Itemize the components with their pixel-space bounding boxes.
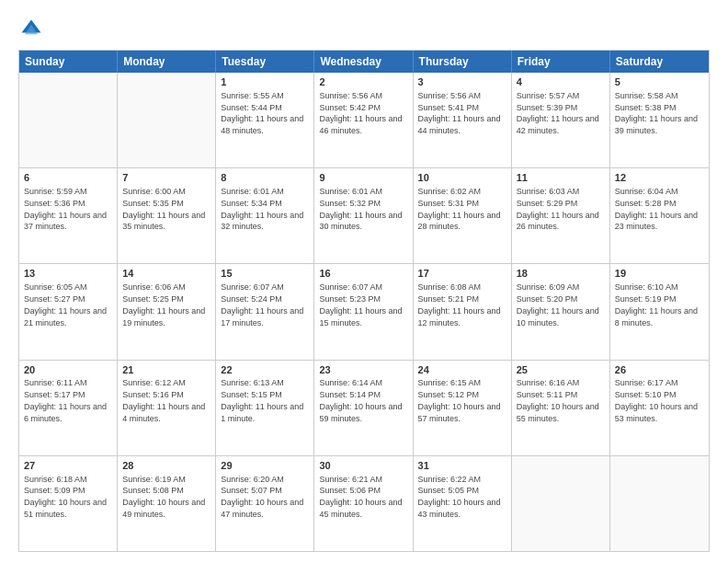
- calendar-cell-26: 26Sunrise: 6:17 AM Sunset: 5:10 PM Dayli…: [610, 361, 709, 455]
- day-number: 8: [221, 171, 309, 185]
- calendar-cell-22: 22Sunrise: 6:13 AM Sunset: 5:15 PM Dayli…: [216, 361, 314, 455]
- calendar-row-2: 6Sunrise: 5:59 AM Sunset: 5:36 PM Daylig…: [19, 167, 709, 263]
- calendar-cell-5: 5Sunrise: 5:58 AM Sunset: 5:38 PM Daylig…: [610, 73, 709, 167]
- day-number: 18: [517, 267, 605, 281]
- cell-info: Sunrise: 6:18 AM Sunset: 5:09 PM Dayligh…: [24, 475, 109, 519]
- cell-info: Sunrise: 6:09 AM Sunset: 5:20 PM Dayligh…: [517, 282, 602, 327]
- cell-info: Sunrise: 6:07 AM Sunset: 5:24 PM Dayligh…: [221, 282, 306, 327]
- cell-info: Sunrise: 5:59 AM Sunset: 5:36 PM Dayligh…: [24, 187, 109, 231]
- calendar-cell-17: 17Sunrise: 6:08 AM Sunset: 5:21 PM Dayli…: [414, 264, 512, 359]
- calendar-row-4: 20Sunrise: 6:11 AM Sunset: 5:17 PM Dayli…: [19, 360, 709, 455]
- header-day-wednesday: Wednesday: [314, 51, 413, 73]
- calendar-row-1: 1Sunrise: 5:55 AM Sunset: 5:44 PM Daylig…: [19, 73, 709, 167]
- calendar-cell-empty-0-0: [19, 73, 118, 167]
- calendar-cell-31: 31Sunrise: 6:22 AM Sunset: 5:05 PM Dayli…: [414, 456, 512, 551]
- calendar-cell-15: 15Sunrise: 6:07 AM Sunset: 5:24 PM Dayli…: [216, 264, 314, 359]
- day-number: 6: [24, 171, 112, 185]
- calendar: SundayMondayTuesdayWednesdayThursdayFrid…: [18, 50, 710, 552]
- day-number: 14: [122, 267, 210, 281]
- day-number: 25: [517, 363, 605, 377]
- day-number: 4: [517, 75, 605, 89]
- day-number: 13: [24, 267, 112, 281]
- day-number: 16: [319, 267, 407, 281]
- cell-info: Sunrise: 6:15 AM Sunset: 5:12 PM Dayligh…: [418, 378, 504, 422]
- day-number: 24: [418, 363, 506, 377]
- cell-info: Sunrise: 6:22 AM Sunset: 5:05 PM Dayligh…: [418, 475, 504, 519]
- cell-info: Sunrise: 6:21 AM Sunset: 5:06 PM Dayligh…: [319, 475, 404, 519]
- cell-info: Sunrise: 6:04 AM Sunset: 5:28 PM Dayligh…: [615, 187, 700, 231]
- calendar-cell-16: 16Sunrise: 6:07 AM Sunset: 5:23 PM Dayli…: [314, 264, 413, 359]
- cell-info: Sunrise: 5:56 AM Sunset: 5:42 PM Dayligh…: [319, 91, 404, 135]
- day-number: 30: [319, 459, 407, 473]
- calendar-cell-4: 4Sunrise: 5:57 AM Sunset: 5:39 PM Daylig…: [512, 73, 610, 167]
- calendar-cell-13: 13Sunrise: 6:05 AM Sunset: 5:27 PM Dayli…: [19, 264, 118, 359]
- header-day-thursday: Thursday: [414, 51, 512, 73]
- calendar-cell-10: 10Sunrise: 6:02 AM Sunset: 5:31 PM Dayli…: [414, 168, 512, 263]
- calendar-row-5: 27Sunrise: 6:18 AM Sunset: 5:09 PM Dayli…: [19, 455, 709, 551]
- day-number: 15: [221, 267, 309, 281]
- day-number: 23: [319, 363, 407, 377]
- calendar-cell-7: 7Sunrise: 6:00 AM Sunset: 5:35 PM Daylig…: [118, 168, 216, 263]
- cell-info: Sunrise: 6:01 AM Sunset: 5:34 PM Dayligh…: [221, 187, 306, 231]
- calendar-cell-9: 9Sunrise: 6:01 AM Sunset: 5:32 PM Daylig…: [314, 168, 413, 263]
- calendar-cell-empty-4-6: [610, 456, 709, 551]
- cell-info: Sunrise: 6:12 AM Sunset: 5:16 PM Dayligh…: [122, 378, 208, 422]
- calendar-cell-27: 27Sunrise: 6:18 AM Sunset: 5:09 PM Dayli…: [19, 456, 118, 551]
- day-number: 3: [418, 75, 506, 89]
- calendar-cell-2: 2Sunrise: 5:56 AM Sunset: 5:42 PM Daylig…: [314, 73, 413, 167]
- calendar-cell-12: 12Sunrise: 6:04 AM Sunset: 5:28 PM Dayli…: [610, 168, 709, 263]
- day-number: 21: [122, 363, 210, 377]
- cell-info: Sunrise: 6:08 AM Sunset: 5:21 PM Dayligh…: [418, 282, 504, 327]
- cell-info: Sunrise: 6:13 AM Sunset: 5:15 PM Dayligh…: [221, 378, 306, 422]
- calendar-body: 1Sunrise: 5:55 AM Sunset: 5:44 PM Daylig…: [19, 73, 709, 551]
- cell-info: Sunrise: 6:02 AM Sunset: 5:31 PM Dayligh…: [418, 187, 504, 231]
- day-number: 10: [418, 171, 506, 185]
- header-day-saturday: Saturday: [610, 51, 709, 73]
- day-number: 31: [418, 459, 506, 473]
- calendar-cell-25: 25Sunrise: 6:16 AM Sunset: 5:11 PM Dayli…: [512, 361, 610, 455]
- calendar-cell-1: 1Sunrise: 5:55 AM Sunset: 5:44 PM Daylig…: [216, 73, 314, 167]
- cell-info: Sunrise: 6:19 AM Sunset: 5:08 PM Dayligh…: [122, 475, 208, 519]
- calendar-cell-6: 6Sunrise: 5:59 AM Sunset: 5:36 PM Daylig…: [19, 168, 118, 263]
- day-number: 17: [418, 267, 506, 281]
- day-number: 1: [221, 75, 309, 89]
- calendar-cell-14: 14Sunrise: 6:06 AM Sunset: 5:25 PM Dayli…: [118, 264, 216, 359]
- logo-icon: [18, 17, 44, 42]
- cell-info: Sunrise: 5:58 AM Sunset: 5:38 PM Dayligh…: [615, 91, 700, 135]
- cell-info: Sunrise: 6:16 AM Sunset: 5:11 PM Dayligh…: [517, 378, 602, 422]
- day-number: 22: [221, 363, 309, 377]
- cell-info: Sunrise: 6:17 AM Sunset: 5:10 PM Dayligh…: [615, 378, 700, 422]
- day-number: 20: [24, 363, 112, 377]
- header: [18, 17, 710, 42]
- day-number: 11: [517, 171, 605, 185]
- calendar-cell-29: 29Sunrise: 6:20 AM Sunset: 5:07 PM Dayli…: [216, 456, 314, 551]
- calendar-cell-empty-4-5: [512, 456, 610, 551]
- cell-info: Sunrise: 6:11 AM Sunset: 5:17 PM Dayligh…: [24, 378, 109, 422]
- day-number: 12: [615, 171, 704, 185]
- day-number: 27: [24, 459, 112, 473]
- cell-info: Sunrise: 6:10 AM Sunset: 5:19 PM Dayligh…: [615, 282, 700, 327]
- header-day-sunday: Sunday: [19, 51, 118, 73]
- cell-info: Sunrise: 6:03 AM Sunset: 5:29 PM Dayligh…: [517, 187, 602, 231]
- day-number: 2: [319, 75, 407, 89]
- day-number: 5: [615, 75, 704, 89]
- calendar-cell-21: 21Sunrise: 6:12 AM Sunset: 5:16 PM Dayli…: [118, 361, 216, 455]
- calendar-cell-23: 23Sunrise: 6:14 AM Sunset: 5:14 PM Dayli…: [314, 361, 413, 455]
- day-number: 26: [615, 363, 704, 377]
- calendar-header: SundayMondayTuesdayWednesdayThursdayFrid…: [19, 51, 709, 73]
- header-day-tuesday: Tuesday: [216, 51, 314, 73]
- logo: [18, 17, 48, 42]
- cell-info: Sunrise: 6:05 AM Sunset: 5:27 PM Dayligh…: [24, 282, 109, 327]
- cell-info: Sunrise: 6:07 AM Sunset: 5:23 PM Dayligh…: [319, 282, 404, 327]
- day-number: 28: [122, 459, 210, 473]
- page: SundayMondayTuesdayWednesdayThursdayFrid…: [0, 0, 728, 563]
- calendar-cell-11: 11Sunrise: 6:03 AM Sunset: 5:29 PM Dayli…: [512, 168, 610, 263]
- cell-info: Sunrise: 6:14 AM Sunset: 5:14 PM Dayligh…: [319, 378, 404, 422]
- header-day-friday: Friday: [512, 51, 610, 73]
- calendar-cell-19: 19Sunrise: 6:10 AM Sunset: 5:19 PM Dayli…: [610, 264, 709, 359]
- calendar-row-3: 13Sunrise: 6:05 AM Sunset: 5:27 PM Dayli…: [19, 263, 709, 359]
- cell-info: Sunrise: 5:57 AM Sunset: 5:39 PM Dayligh…: [517, 91, 602, 135]
- day-number: 29: [221, 459, 309, 473]
- calendar-cell-24: 24Sunrise: 6:15 AM Sunset: 5:12 PM Dayli…: [414, 361, 512, 455]
- cell-info: Sunrise: 5:56 AM Sunset: 5:41 PM Dayligh…: [418, 91, 504, 135]
